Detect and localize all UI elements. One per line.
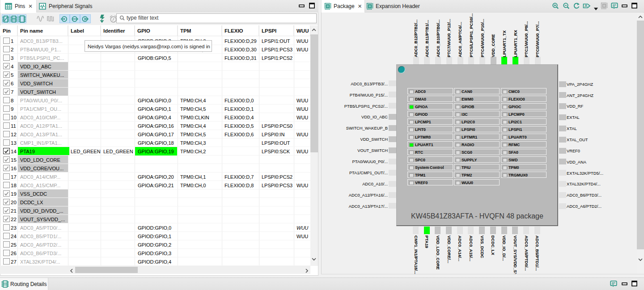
- svg-text:A: A: [585, 4, 588, 8]
